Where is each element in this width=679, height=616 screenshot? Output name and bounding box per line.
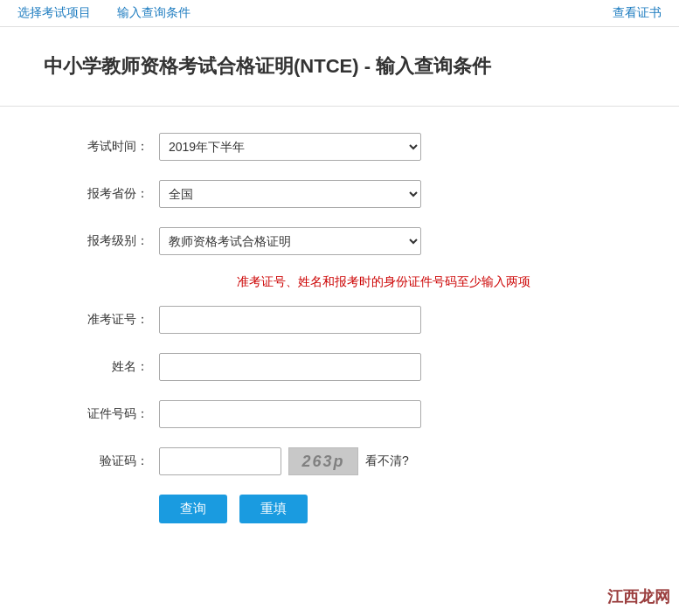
province-select[interactable]: 全国	[159, 180, 421, 208]
name-label: 姓名：	[70, 359, 149, 375]
nav-step3[interactable]: 查看证书	[613, 5, 662, 21]
id-row: 证件号码：	[70, 400, 609, 428]
name-row: 姓名：	[70, 353, 609, 381]
watermark: 江西龙网	[607, 586, 670, 607]
level-label: 报考级别：	[70, 233, 149, 249]
ticket-input[interactable]	[159, 306, 421, 334]
ticket-row: 准考证号：	[70, 306, 609, 334]
exam-time-row: 考试时间： 2019年下半年 2019年上半年 2018年下半年 2018年上半…	[70, 133, 609, 161]
level-row: 报考级别： 教师资格考试合格证明	[70, 227, 609, 255]
nav-step2[interactable]: 输入查询条件	[117, 5, 191, 21]
captcha-row: 验证码： 263p 看不清?	[70, 447, 609, 475]
province-row: 报考省份： 全国	[70, 180, 609, 208]
query-button[interactable]: 查询	[159, 495, 227, 523]
warning-text: 准考证号、姓名和报考时的身份证件号码至少输入两项	[237, 274, 530, 290]
ticket-label: 准考证号：	[70, 312, 149, 328]
captcha-label: 验证码：	[70, 453, 149, 469]
reset-button[interactable]: 重填	[239, 495, 308, 523]
name-input[interactable]	[159, 353, 421, 381]
button-row: 查询 重填	[159, 495, 609, 523]
exam-time-label: 考试时间：	[70, 139, 149, 155]
top-navigation: 选择考试项目 输入查询条件 查看证书	[0, 0, 679, 27]
warning-row: 准考证号、姓名和报考时的身份证件号码至少输入两项	[157, 274, 609, 290]
nav-links: 选择考试项目 输入查询条件	[17, 5, 191, 21]
nav-step1[interactable]: 选择考试项目	[17, 5, 91, 21]
id-input[interactable]	[159, 400, 421, 428]
captcha-refresh-link[interactable]: 看不清?	[365, 453, 409, 469]
page-title: 中小学教师资格考试合格证明(NTCE) - 输入查询条件	[0, 27, 679, 107]
captcha-image[interactable]: 263p	[288, 447, 358, 475]
id-label: 证件号码：	[70, 406, 149, 422]
captcha-input[interactable]	[159, 447, 281, 475]
form-container: 考试时间： 2019年下半年 2019年上半年 2018年下半年 2018年上半…	[0, 115, 679, 567]
province-label: 报考省份：	[70, 186, 149, 202]
exam-time-select[interactable]: 2019年下半年 2019年上半年 2018年下半年 2018年上半年	[159, 133, 421, 161]
level-select[interactable]: 教师资格考试合格证明	[159, 227, 421, 255]
